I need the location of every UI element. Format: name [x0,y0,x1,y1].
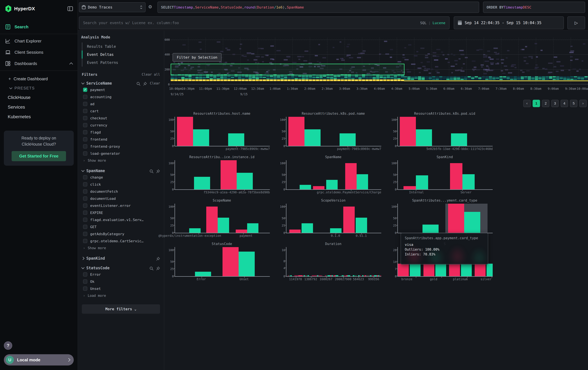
get-started-button[interactable]: Get Started for Free [11,151,66,161]
filter-option-ad[interactable]: ad [81,100,161,108]
bar-red[interactable] [236,230,247,233]
checkbox[interactable] [83,203,87,208]
filter-option-flagd-evaluation-v1-serv-[interactable]: flagd.evaluation.v1.Serv… [81,216,161,223]
checkbox[interactable] [83,196,87,200]
load-more-button[interactable]: ›Load more [81,292,161,299]
bar-red[interactable] [177,117,193,146]
checkbox[interactable] [83,232,87,236]
filter-option-load-generator[interactable]: load-generator [81,150,161,157]
bar-red[interactable] [400,117,416,146]
filter-group-title[interactable]: StatusCode [86,266,147,270]
filter-option-flagd[interactable]: flagd [81,129,161,136]
source-select[interactable]: Demo Traces [79,2,146,12]
filter-option-unset[interactable]: Unset [81,285,161,292]
bar-green[interactable] [228,133,244,146]
checkbox[interactable] [83,287,87,291]
clear-filter-button[interactable]: Clear [150,81,160,85]
next-page-button[interactable]: › [579,100,587,107]
bar-green[interactable] [462,174,475,189]
filter-option-checkout[interactable]: checkout [81,115,161,122]
sidebar-item-kubernetes[interactable]: Kubernetes [0,112,78,122]
sidebar-item-dashboards[interactable]: Dashboards [0,58,78,69]
bar-green[interactable] [356,218,367,233]
show-more-button[interactable]: ›Show more [81,157,161,164]
local-mode-button[interactable]: U Local mode [4,354,74,366]
filter-option-frontend[interactable]: frontend [81,136,161,143]
filter-option-currency[interactable]: currency [81,122,161,129]
lucene-toggle[interactable]: Lucene [433,21,445,25]
filter-option-error[interactable]: Error [81,271,161,278]
checkbox[interactable] [83,95,87,99]
filter-option-click[interactable]: click [81,181,161,188]
search-icon[interactable] [149,169,154,173]
sql-toggle[interactable]: SQL [420,21,427,25]
bar-green[interactable] [410,264,421,276]
checkbox[interactable] [83,144,87,149]
bar-red[interactable] [343,207,355,233]
filter-option-ok[interactable]: Ok [81,278,161,285]
bar-red[interactable] [220,160,237,189]
page-button-4[interactable]: 4 [561,100,568,107]
analysis-mode-item-event-deltas[interactable]: Event Deltas [82,50,161,59]
page-button-2[interactable]: 2 [542,100,549,107]
bar-green[interactable] [218,218,229,233]
bar-green[interactable] [195,272,211,276]
filter-option-expire[interactable]: EXPIRE [81,209,161,216]
bar-green[interactable] [237,173,253,189]
bar-green[interactable] [340,133,356,146]
bar-green[interactable] [416,129,432,146]
filter-option-frontend-proxy[interactable]: frontend-proxy [81,143,161,150]
checkbox[interactable] [83,189,87,193]
sidebar-item-services[interactable]: Services [0,102,78,112]
bar-red[interactable] [288,117,304,146]
bar-red[interactable] [206,207,218,233]
checkbox[interactable] [83,182,87,186]
checkbox[interactable] [83,130,87,134]
search-input[interactable]: Search your events w/ Lucene ex. column:… [79,16,450,29]
sidebar-item-client-sessions[interactable]: Client Sessions [0,47,78,58]
checkbox[interactable] [83,239,87,243]
pin-icon[interactable] [156,256,160,260]
bar-red[interactable] [345,163,357,189]
page-button-1[interactable]: 1 [533,100,540,107]
checkbox[interactable] [83,218,87,222]
checkbox[interactable] [83,175,87,179]
orderby-input[interactable]: ORDER BY Timestamp DESC [483,2,585,13]
analysis-mode-item-results-table[interactable]: Results Table [82,42,161,50]
pin-icon[interactable] [143,81,147,85]
page-button-3[interactable]: 3 [551,100,559,107]
filter-option-change[interactable]: change [81,174,161,181]
bar-green[interactable] [194,177,210,189]
sidebar-item-search[interactable]: Search [0,21,78,32]
more-filters-button[interactable]: More filters ⌄ [82,304,160,314]
checkbox[interactable] [83,210,87,215]
bar-red[interactable] [423,264,434,276]
bar-green[interactable] [464,212,480,233]
bar-red[interactable] [289,230,301,233]
filter-option-payment[interactable]: ✓payment [81,86,161,93]
search-icon[interactable] [136,81,141,85]
filter-group-title[interactable]: SpanKind [86,256,154,260]
prev-page-button[interactable]: ‹ [523,100,531,107]
bar-green[interactable] [326,180,338,189]
heatmap-plot[interactable]: Filter by Selection [171,38,588,84]
bar-green[interactable] [304,129,321,146]
bar-green[interactable] [461,264,472,276]
pin-icon[interactable] [156,266,160,270]
filter-group-title[interactable]: ServiceName [86,81,134,86]
analysis-mode-item-event-patterns[interactable]: Event Patterns [82,59,161,67]
bar-red[interactable] [403,186,416,189]
bar-green[interactable] [416,175,428,189]
filter-option-accounting[interactable]: accounting [81,93,161,100]
checkbox[interactable] [83,123,87,127]
sidebar-item-clickhouse[interactable]: ClickHouse [0,93,78,102]
sidebar-item-chart-explorer[interactable]: Chart Explorer [0,35,78,47]
bar-red[interactable] [450,163,462,189]
create-dashboard-button[interactable]: + Create Dashboard [0,74,78,84]
presets-toggle[interactable]: PRESETS [0,84,78,93]
filter-option-cart[interactable]: cart [81,108,161,115]
run-query-button[interactable]: ▷ [567,16,585,29]
bar-green[interactable] [451,133,467,146]
selection-box[interactable] [171,64,404,75]
bar-red[interactable] [475,264,486,276]
